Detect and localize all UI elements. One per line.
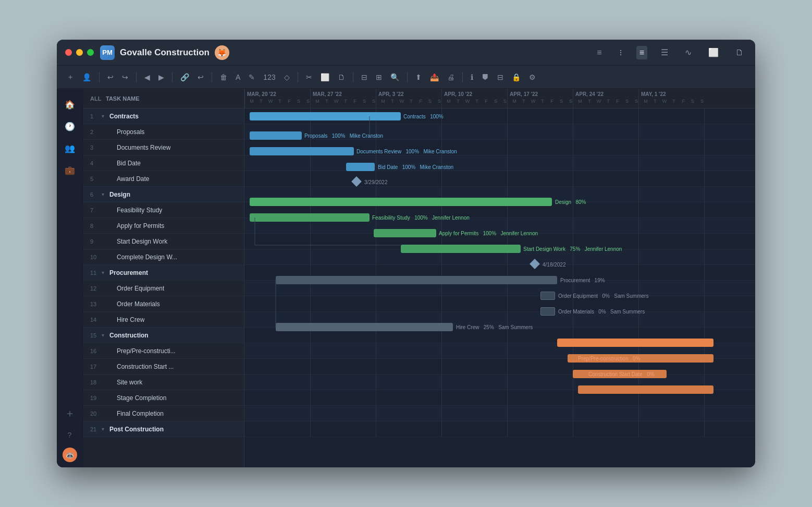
- export-button[interactable]: ⬆: [413, 71, 424, 83]
- bar-order-materials[interactable]: [540, 307, 555, 316]
- task-row[interactable]: 19 Stage Completion: [83, 390, 244, 406]
- link-button[interactable]: 🔗: [178, 71, 192, 83]
- task-row[interactable]: 11 ▾ Procurement: [83, 265, 244, 281]
- number-button[interactable]: 123: [261, 71, 278, 83]
- task-row[interactable]: 17 Construction Start ...: [83, 359, 244, 375]
- expand-icon[interactable]: ▾: [102, 191, 108, 197]
- expand-icon[interactable]: ▾: [102, 113, 108, 119]
- bar-bid-date[interactable]: [346, 163, 375, 171]
- bar-design[interactable]: [250, 198, 552, 206]
- user-avatar[interactable]: 🦊: [215, 45, 229, 60]
- outdent-button[interactable]: ◀: [142, 71, 153, 83]
- split-button[interactable]: ⊟: [359, 71, 370, 83]
- expand-icon[interactable]: ▾: [102, 332, 108, 338]
- add-button[interactable]: ＋: [64, 70, 77, 84]
- print-button[interactable]: 🖨: [445, 71, 457, 83]
- user-button[interactable]: 👤: [80, 71, 94, 83]
- row-number: 7: [90, 207, 102, 213]
- expand-icon[interactable]: ▾: [102, 270, 108, 275]
- bar-contracts[interactable]: [250, 112, 401, 120]
- task-row[interactable]: 1 ▾ Contracts: [83, 108, 244, 124]
- task-row[interactable]: 6 ▾ Design: [83, 187, 244, 202]
- share-button[interactable]: 📤: [427, 71, 441, 83]
- row-name: Construction: [109, 332, 149, 339]
- font-button[interactable]: A: [233, 71, 243, 83]
- bar-docs-review[interactable]: [250, 147, 354, 155]
- week-label: APR, 10 '22 MTWTFSS: [441, 89, 507, 108]
- row-number: 15: [90, 332, 102, 339]
- bar-feasibility[interactable]: [250, 213, 370, 222]
- task-row[interactable]: 15 ▾ Construction: [83, 328, 244, 343]
- cut-button[interactable]: ✂: [303, 71, 315, 83]
- task-row[interactable]: 5 Award Date: [83, 171, 244, 187]
- unlink-button[interactable]: ↩: [195, 71, 206, 83]
- tab-chart[interactable]: ⫶: [616, 46, 626, 59]
- copy-button[interactable]: ⬜: [318, 71, 332, 83]
- collapse-button[interactable]: ⊟: [495, 71, 506, 83]
- task-row[interactable]: 20 Final Completion: [83, 406, 244, 421]
- bar-site-work[interactable]: [578, 385, 713, 394]
- tab-gantt[interactable]: ≡: [636, 46, 647, 59]
- task-row[interactable]: 10 Complete Design W...: [83, 249, 244, 265]
- bar-permits[interactable]: [374, 229, 436, 237]
- bar-hire-crew[interactable]: [276, 323, 453, 331]
- close-button[interactable]: [65, 49, 72, 56]
- content-area: ALL TASK NAME 1 ▾ Contracts 2: [83, 89, 755, 467]
- task-row[interactable]: 18 Site work: [83, 375, 244, 390]
- task-row[interactable]: 14 Hire Crew: [83, 312, 244, 328]
- minimize-button[interactable]: [76, 49, 83, 56]
- grid-button[interactable]: ⊞: [373, 71, 385, 83]
- bar-procurement[interactable]: [276, 276, 557, 284]
- sidebar-icon-recent[interactable]: 🕐: [60, 117, 79, 136]
- bar-design-work[interactable]: [401, 245, 521, 253]
- gantt-body[interactable]: Contracts 100% Proposals 100% Mike Crans…: [244, 108, 755, 467]
- tab-timeline[interactable]: ∿: [682, 45, 695, 59]
- row-number: 1: [90, 113, 102, 119]
- info-button[interactable]: ℹ: [468, 71, 476, 83]
- task-row[interactable]: 13 Order Materials: [83, 296, 244, 312]
- sidebar-icon-people[interactable]: 👥: [60, 139, 79, 158]
- tab-table[interactable]: ☰: [658, 45, 671, 59]
- task-row[interactable]: 8 Apply for Permits: [83, 218, 244, 234]
- row-number: 10: [90, 254, 102, 260]
- toolbar: ＋ 👤 ↩ ↪ ◀ ▶ 🔗 ↩ 🗑 A ✎ 123 ◇ ✂ ⬜ 🗋 ⊟ ⊞ 🔍 …: [57, 66, 755, 89]
- bar-order-equipment[interactable]: [540, 292, 555, 300]
- maximize-button[interactable]: [87, 49, 94, 56]
- task-rows: 1 ▾ Contracts 2 Proposals 3: [83, 108, 244, 467]
- bar-proposals[interactable]: [250, 131, 302, 140]
- redo-button[interactable]: ↪: [119, 71, 131, 83]
- bar-label-feasibility: Feasibility Study 100% Jennifer Lennon: [372, 213, 470, 222]
- sidebar-icon-add[interactable]: ＋: [60, 404, 79, 422]
- task-row[interactable]: 4 Bid Date: [83, 155, 244, 171]
- row-number: 19: [90, 395, 102, 401]
- row-name: Design: [109, 191, 130, 198]
- expand-icon[interactable]: ▾: [102, 426, 108, 432]
- tab-doc[interactable]: 🗋: [732, 46, 747, 59]
- undo-button[interactable]: ↩: [105, 71, 116, 83]
- sidebar-icon-user-bottom[interactable]: 🦝: [63, 448, 77, 462]
- paste-button[interactable]: 🗋: [335, 71, 348, 83]
- task-row[interactable]: 9 Start Design Work: [83, 234, 244, 249]
- delete-button[interactable]: 🗑: [217, 71, 230, 83]
- lock-button[interactable]: 🔒: [509, 71, 523, 83]
- shape-button[interactable]: ◇: [281, 71, 292, 83]
- style-button[interactable]: ✎: [246, 71, 257, 83]
- settings-button[interactable]: ⚙: [526, 71, 538, 83]
- indent-button[interactable]: ▶: [156, 71, 167, 83]
- sidebar-icon-projects[interactable]: 💼: [60, 161, 79, 179]
- task-row[interactable]: 7 Feasibility Study: [83, 202, 244, 218]
- bar-label-design-work: Start Design Work 75% Jennifer Lennon: [523, 245, 622, 253]
- tab-calendar[interactable]: ⬜: [705, 45, 722, 59]
- sidebar-icon-help[interactable]: ?: [60, 426, 79, 444]
- filter-button[interactable]: ⛊: [479, 71, 491, 83]
- task-row[interactable]: 2 Proposals: [83, 124, 244, 140]
- task-row[interactable]: 12 Order Equipment: [83, 281, 244, 296]
- task-row[interactable]: 16 Prep/Pre-constructi...: [83, 343, 244, 359]
- row-name: Order Equipment: [109, 285, 164, 292]
- task-row[interactable]: 21 ▾ Post Construction: [83, 421, 244, 437]
- bar-construction[interactable]: [557, 339, 713, 347]
- task-row[interactable]: 3 Documents Review: [83, 140, 244, 155]
- zoom-button[interactable]: 🔍: [388, 71, 402, 83]
- sidebar-icon-home[interactable]: 🏠: [60, 95, 79, 114]
- tab-list[interactable]: ≡: [594, 46, 605, 59]
